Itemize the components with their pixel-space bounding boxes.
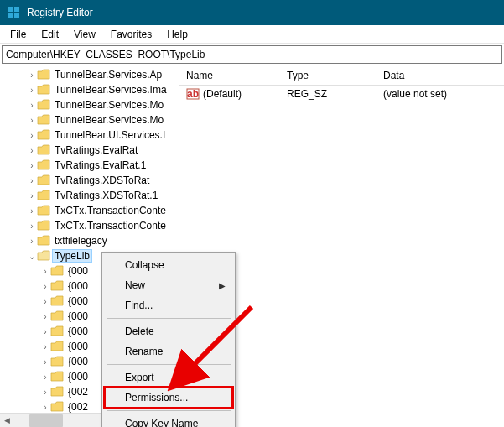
menu-item-label: Rename xyxy=(125,346,163,357)
menu-item-rename[interactable]: Rename xyxy=(105,341,232,362)
chevron-right-icon[interactable]: › xyxy=(40,342,50,351)
menu-item-copy-key-name[interactable]: Copy Key Name xyxy=(105,414,232,427)
menu-item-find[interactable]: Find... xyxy=(105,295,232,315)
tree-item-label: TunnelBear.Services.Mo xyxy=(53,99,165,111)
titlebar: Registry Editor xyxy=(0,0,504,25)
svg-rect-0 xyxy=(8,7,13,12)
tree-item[interactable]: ›TvRatings.EvalRat xyxy=(0,143,179,158)
menu-edit[interactable]: Edit xyxy=(34,27,65,42)
content-split: ›TunnelBear.Services.Ap›TunnelBear.Servi… xyxy=(0,65,504,427)
tree-item-label: {000 xyxy=(66,295,90,307)
tree-item-label: TunnelBear.Services.Ap xyxy=(53,69,164,81)
menu-file[interactable]: File xyxy=(3,27,33,42)
chevron-right-icon[interactable]: › xyxy=(40,282,50,291)
chevron-right-icon[interactable]: › xyxy=(40,388,50,397)
menu-favorites[interactable]: Favorites xyxy=(104,27,158,42)
chevron-right-icon[interactable]: › xyxy=(27,221,37,231)
chevron-right-icon[interactable]: › xyxy=(27,70,37,80)
menu-view[interactable]: View xyxy=(67,27,102,42)
menu-item-export[interactable]: Export xyxy=(105,367,232,388)
tree-item[interactable]: ›TunnelBear.Services.Mo xyxy=(0,112,179,128)
tree-item[interactable]: ›TxCTx.TransactionConte xyxy=(0,203,179,218)
chevron-right-icon[interactable]: › xyxy=(27,206,37,216)
tree-item-label: TvRatings.XDSToRat.1 xyxy=(53,190,159,201)
menu-item-label: Export xyxy=(125,372,154,383)
folder-icon xyxy=(37,250,50,262)
folder-icon xyxy=(37,159,50,171)
menu-item-label: Collapse xyxy=(125,259,164,271)
menu-item-delete[interactable]: Delete xyxy=(105,321,232,341)
col-data[interactable]: Data xyxy=(377,70,411,81)
tree-item[interactable]: ›txtfilelegacy xyxy=(0,233,179,248)
tree-item-label: {002 xyxy=(66,401,90,413)
chevron-right-icon[interactable]: › xyxy=(27,161,37,170)
tree-item-label: TxCTx.TransactionConte xyxy=(53,205,168,216)
string-value-icon: ab xyxy=(186,87,200,101)
tree-item-label: TunnelBear.Services.Ima xyxy=(53,84,169,96)
folder-icon xyxy=(50,295,64,307)
menu-separator xyxy=(107,410,231,411)
svg-rect-3 xyxy=(14,13,19,18)
chevron-right-icon[interactable]: › xyxy=(27,131,37,140)
tree-item[interactable]: ›TxCTx.TransactionConte xyxy=(0,218,179,233)
chevron-right-icon[interactable]: › xyxy=(40,267,50,276)
chevron-right-icon[interactable]: › xyxy=(40,403,50,412)
chevron-right-icon[interactable]: › xyxy=(27,146,37,155)
col-name[interactable]: Name xyxy=(179,70,280,81)
menu-help[interactable]: Help xyxy=(160,27,195,42)
tree-item[interactable]: ›TunnelBear.Services.Ap xyxy=(0,67,179,82)
tree-item[interactable]: ›TvRatings.XDSToRat.1 xyxy=(0,188,179,203)
list-row[interactable]: ab(Default)REG_SZ(value not set) xyxy=(179,86,504,102)
scroll-left-button[interactable]: ◀ xyxy=(0,414,14,428)
tree-item[interactable]: ›TunnelBear.UI.Services.I xyxy=(0,128,179,143)
chevron-right-icon[interactable]: › xyxy=(40,312,50,321)
tree-item-label: TvRatings.EvalRat xyxy=(53,144,139,156)
tree-item[interactable]: ›TvRatings.EvalRat.1 xyxy=(0,158,179,173)
chevron-down-icon[interactable]: ⌄ xyxy=(27,252,37,261)
folder-icon xyxy=(50,310,64,322)
context-menu: CollapseNew▶Find...DeleteRenameExportPer… xyxy=(101,252,236,427)
folder-icon xyxy=(50,325,64,337)
chevron-right-icon[interactable]: › xyxy=(27,176,37,185)
folder-icon xyxy=(50,401,64,413)
tree-item-label: {002 xyxy=(66,386,90,398)
tree-item[interactable]: ›TunnelBear.Services.Mo xyxy=(0,97,179,112)
value-name: ab(Default) xyxy=(179,87,280,101)
menu-item-label: Find... xyxy=(125,299,153,311)
folder-icon xyxy=(37,114,50,126)
folder-icon xyxy=(37,99,50,111)
chevron-right-icon[interactable]: › xyxy=(27,86,37,95)
chevron-right-icon[interactable]: › xyxy=(27,101,37,110)
tree-item-label: TvRatings.EvalRat.1 xyxy=(53,159,148,171)
menubar: File Edit View Favorites Help xyxy=(0,25,504,44)
folder-icon xyxy=(50,280,64,292)
tree-item-label: {000 xyxy=(66,371,90,383)
menu-item-collapse[interactable]: Collapse xyxy=(105,255,232,275)
tree-item-label: {000 xyxy=(66,280,90,292)
chevron-right-icon[interactable]: › xyxy=(40,357,50,367)
chevron-right-icon[interactable]: › xyxy=(27,237,37,246)
folder-icon xyxy=(50,386,64,398)
tree-item-label: TunnelBear.UI.Services.I xyxy=(53,129,167,141)
chevron-right-icon[interactable]: › xyxy=(27,191,37,200)
menu-item-label: New xyxy=(125,279,145,291)
folder-icon xyxy=(50,265,64,277)
tree-item-label: {000 xyxy=(66,341,90,352)
menu-item-new[interactable]: New▶ xyxy=(105,275,232,295)
scroll-thumb[interactable] xyxy=(29,414,63,427)
tree-item-label: {000 xyxy=(66,265,90,277)
folder-icon xyxy=(50,371,64,383)
tree-item-label: TunnelBear.Services.Mo xyxy=(53,114,165,126)
address-bar[interactable]: Computer\HKEY_CLASSES_ROOT\TypeLib xyxy=(2,45,502,64)
tree-item[interactable]: ›TvRatings.XDSToRat xyxy=(0,173,179,188)
chevron-right-icon[interactable]: › xyxy=(40,327,50,336)
folder-icon xyxy=(37,129,50,141)
chevron-right-icon[interactable]: › xyxy=(27,116,37,125)
chevron-right-icon[interactable]: › xyxy=(40,297,50,306)
col-type[interactable]: Type xyxy=(280,70,377,81)
tree-item[interactable]: ›TunnelBear.Services.Ima xyxy=(0,82,179,97)
svg-rect-1 xyxy=(14,7,19,12)
menu-item-permissions[interactable]: Permissions... xyxy=(105,388,232,408)
chevron-right-icon[interactable]: › xyxy=(40,372,50,382)
menu-item-label: Copy Key Name xyxy=(125,418,198,427)
